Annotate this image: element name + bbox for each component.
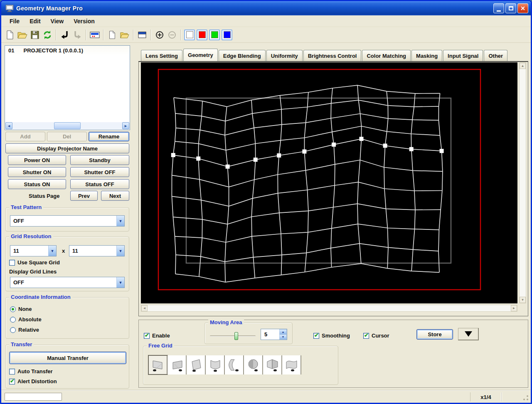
display-grid-lines-select[interactable]: OFF ▼ xyxy=(10,277,125,288)
scroll-right-icon[interactable]: ► xyxy=(122,122,129,129)
control-point[interactable] xyxy=(277,153,281,158)
tab-edge-blending[interactable]: Edge Blending xyxy=(219,50,266,61)
maximize-button[interactable] xyxy=(505,3,516,13)
save-button[interactable] xyxy=(29,29,41,41)
free-grid-cylinder-horizontal-button[interactable] xyxy=(225,355,244,374)
tab-geometry[interactable]: Geometry xyxy=(183,49,218,61)
scroll-left-icon[interactable]: ◄ xyxy=(5,122,12,129)
white-swatch-button[interactable] xyxy=(184,30,195,40)
chevron-down-icon[interactable]: ▼ xyxy=(48,246,56,256)
spin-down-icon[interactable]: ▼ xyxy=(279,335,287,340)
free-grid-corner-screen-button[interactable] xyxy=(263,355,282,374)
chevron-down-icon[interactable]: ▼ xyxy=(116,246,124,256)
zoom-out-button[interactable] xyxy=(166,29,178,41)
open-folder-small-button[interactable] xyxy=(118,29,131,41)
free-grid-cylinder-vertical-button[interactable] xyxy=(206,355,225,374)
scroll-left-icon[interactable]: ◄ xyxy=(141,305,148,311)
status-on-button[interactable]: Status ON xyxy=(8,179,66,189)
store-button[interactable]: Store xyxy=(416,329,453,340)
geometry-canvas[interactable] xyxy=(141,62,517,303)
checkbox-box[interactable] xyxy=(9,369,15,374)
checkbox-box[interactable] xyxy=(9,260,15,266)
chevron-down-icon[interactable]: ▼ xyxy=(116,216,124,226)
moving-area-spinner[interactable]: 5 ▲ ▼ xyxy=(261,329,287,340)
free-grid-flat-screen-right-button[interactable] xyxy=(167,355,187,374)
power-on-button[interactable]: Power ON xyxy=(8,155,66,165)
checkbox-box[interactable] xyxy=(363,333,369,339)
menu-version[interactable]: Version xyxy=(69,17,100,26)
control-point[interactable] xyxy=(383,144,387,148)
new-file-small-button[interactable] xyxy=(106,29,118,41)
control-point[interactable] xyxy=(171,153,175,157)
moving-area-slider[interactable] xyxy=(210,335,256,337)
zoom-in-button[interactable] xyxy=(153,29,166,41)
radio-none[interactable]: None xyxy=(10,306,32,312)
slider-thumb[interactable] xyxy=(234,332,238,340)
tab-brightness-control[interactable]: Brightness Control xyxy=(303,50,362,61)
tab-input-signal[interactable]: Input Signal xyxy=(443,50,483,61)
grid-v-select[interactable]: 11 ▼ xyxy=(69,245,125,256)
next-button[interactable]: Next xyxy=(101,191,129,201)
projector-list[interactable]: 01 PROJECTOR 1 (0.0.0.1) ◄ ► xyxy=(5,45,130,130)
moving-area-value[interactable]: 5 xyxy=(261,329,279,340)
canvas-vscrollbar[interactable]: ▲ ▼ xyxy=(519,62,526,303)
enable-checkbox[interactable]: Enable xyxy=(144,333,170,339)
tab-masking[interactable]: Masking xyxy=(411,50,442,61)
shutter-on-button[interactable]: Shutter ON xyxy=(8,167,66,177)
add-button[interactable]: Add xyxy=(5,132,45,141)
cursor-checkbox[interactable]: Cursor xyxy=(363,333,389,339)
menu-edit[interactable]: Edit xyxy=(25,17,45,26)
display-panel-button[interactable] xyxy=(89,29,101,41)
distortion-mesh[interactable] xyxy=(141,62,517,303)
tab-uniformity[interactable]: Uniformity xyxy=(266,50,303,61)
resize-grip-icon[interactable] xyxy=(523,395,529,401)
alert-distortion-checkbox[interactable]: Alert Distortion xyxy=(9,378,57,384)
free-grid-flat-screen-left-button[interactable] xyxy=(148,355,167,374)
tab-lens-setting[interactable]: Lens Setting xyxy=(141,50,182,61)
scroll-thumb[interactable] xyxy=(54,122,81,129)
shutter-off-button[interactable]: Shutter OFF xyxy=(70,167,129,177)
control-point[interactable] xyxy=(196,157,200,161)
status-off-button[interactable]: Status OFF xyxy=(70,179,129,189)
spin-up-icon[interactable]: ▲ xyxy=(279,329,287,335)
store-dropdown-button[interactable] xyxy=(458,328,479,340)
new-file-button[interactable] xyxy=(4,29,16,41)
rename-button[interactable]: Rename xyxy=(89,132,129,141)
control-point[interactable] xyxy=(254,158,258,162)
control-point[interactable] xyxy=(226,165,230,169)
free-grid-sphere-button[interactable] xyxy=(244,355,263,374)
use-square-grid-checkbox[interactable]: Use Square Grid xyxy=(9,259,60,266)
scroll-up-icon[interactable]: ▲ xyxy=(520,63,526,69)
control-point[interactable] xyxy=(409,147,414,151)
green-swatch-button[interactable] xyxy=(209,30,220,40)
free-grid-curved-screen-button[interactable] xyxy=(282,355,301,374)
menu-view[interactable]: View xyxy=(46,17,69,26)
return-left-button[interactable] xyxy=(59,29,71,41)
close-button[interactable]: ✕ xyxy=(517,3,528,13)
radio-absolute[interactable]: Absolute xyxy=(10,316,42,323)
open-folder-button[interactable] xyxy=(16,29,29,41)
control-point[interactable] xyxy=(302,150,306,154)
del-button[interactable]: Del xyxy=(47,132,87,141)
control-point[interactable] xyxy=(332,143,336,147)
grid-h-select[interactable]: 11 ▼ xyxy=(10,245,57,256)
projector-list-scrollbar[interactable]: ◄ ► xyxy=(5,122,129,129)
test-pattern-select[interactable]: OFF ▼ xyxy=(10,215,125,227)
return-right-button[interactable] xyxy=(71,29,84,41)
free-grid-flat-screen-tilt-button[interactable] xyxy=(187,355,206,374)
projector-list-item[interactable]: 01 PROJECTOR 1 (0.0.0.1) xyxy=(5,46,130,55)
manual-transfer-button[interactable]: Manual Transfer xyxy=(9,352,126,364)
scroll-down-icon[interactable]: ▼ xyxy=(520,297,526,303)
radio-circle[interactable] xyxy=(10,306,16,312)
radio-relative[interactable]: Relative xyxy=(10,327,39,333)
smoothing-checkbox[interactable]: Smoothing xyxy=(313,333,350,339)
radio-circle[interactable] xyxy=(10,317,16,323)
control-point[interactable] xyxy=(440,149,444,153)
display-projector-name-button[interactable]: Display Projector Name xyxy=(5,143,129,153)
radio-circle[interactable] xyxy=(10,327,16,333)
tab-color-matching[interactable]: Color Matching xyxy=(362,50,411,61)
scroll-track[interactable] xyxy=(12,122,122,129)
control-point[interactable] xyxy=(360,137,364,141)
checkbox-box[interactable] xyxy=(144,333,150,339)
refresh-button[interactable] xyxy=(41,29,54,41)
